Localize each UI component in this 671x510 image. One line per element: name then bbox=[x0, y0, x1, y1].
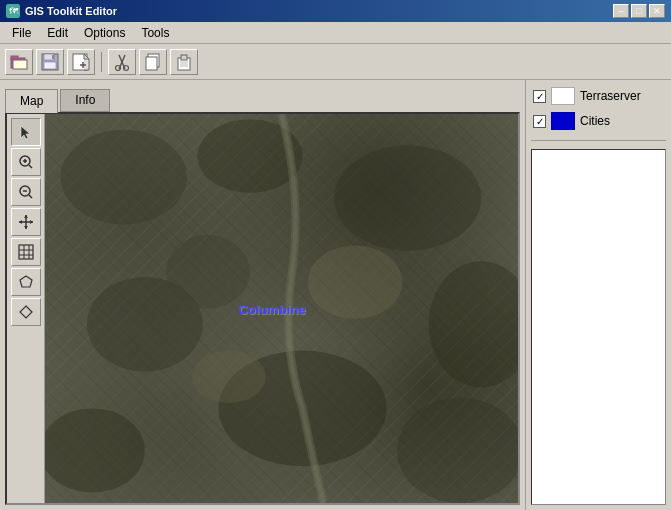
pan-icon bbox=[18, 214, 34, 230]
menu-options[interactable]: Options bbox=[76, 24, 133, 42]
layer-checkbox-cities[interactable]: ✓ bbox=[533, 115, 546, 128]
select-tool[interactable] bbox=[11, 118, 41, 146]
left-panel: Map Info bbox=[0, 80, 525, 510]
info-panel bbox=[531, 149, 666, 505]
open-icon bbox=[10, 53, 28, 71]
save-button[interactable] bbox=[36, 49, 64, 75]
paste-button[interactable] bbox=[170, 49, 198, 75]
svg-rect-5 bbox=[44, 62, 56, 69]
svg-point-49 bbox=[192, 351, 266, 404]
tab-map[interactable]: Map bbox=[5, 89, 58, 113]
layer-item-terraserver[interactable]: ✓ Terraserver bbox=[531, 85, 666, 107]
maximize-button[interactable]: □ bbox=[631, 4, 647, 18]
layer-checkbox-terraserver[interactable]: ✓ bbox=[533, 90, 546, 103]
menu-edit[interactable]: Edit bbox=[39, 24, 76, 42]
cut-button[interactable] bbox=[108, 49, 136, 75]
paint-tool[interactable] bbox=[11, 298, 41, 326]
svg-rect-32 bbox=[19, 245, 33, 259]
app-icon: 🗺 bbox=[6, 4, 20, 18]
layer-swatch-cities bbox=[551, 112, 575, 130]
svg-point-39 bbox=[61, 130, 187, 225]
svg-point-41 bbox=[334, 146, 481, 251]
title-bar-left: 🗺 GIS Toolkit Editor bbox=[6, 4, 117, 18]
tab-bar: Map Info bbox=[0, 80, 525, 112]
copy-button[interactable] bbox=[139, 49, 167, 75]
title-bar: 🗺 GIS Toolkit Editor – □ ✕ bbox=[0, 0, 671, 22]
svg-line-20 bbox=[29, 165, 32, 168]
svg-point-42 bbox=[429, 261, 518, 387]
svg-point-46 bbox=[45, 408, 145, 492]
svg-marker-28 bbox=[24, 215, 28, 218]
svg-point-47 bbox=[166, 235, 250, 309]
map-background: Columbine bbox=[45, 114, 518, 503]
cut-icon bbox=[113, 53, 131, 71]
save-as-button[interactable] bbox=[67, 49, 95, 75]
map-with-tools: Columbine bbox=[5, 112, 520, 505]
zoom-in-tool[interactable] bbox=[11, 148, 41, 176]
grid-icon bbox=[18, 244, 34, 260]
grid-tool[interactable] bbox=[11, 238, 41, 266]
zoom-out-tool[interactable] bbox=[11, 178, 41, 206]
layer-name-terraserver: Terraserver bbox=[580, 89, 641, 103]
paint-icon bbox=[18, 304, 34, 320]
right-panel: ✓ Terraserver ✓ Cities bbox=[525, 80, 671, 510]
paste-icon bbox=[175, 53, 193, 71]
svg-rect-6 bbox=[52, 55, 54, 59]
main-content: Map Info bbox=[0, 80, 671, 510]
map-place-label: Columbine bbox=[238, 301, 305, 316]
svg-rect-1 bbox=[11, 56, 18, 59]
pan-tool[interactable] bbox=[11, 208, 41, 236]
layer-item-cities[interactable]: ✓ Cities bbox=[531, 110, 666, 132]
map-area[interactable]: Columbine bbox=[45, 114, 518, 503]
panel-divider bbox=[531, 140, 666, 141]
toolbar-separator-1 bbox=[101, 52, 102, 72]
polygon-icon bbox=[18, 274, 34, 290]
zoom-in-icon bbox=[18, 154, 34, 170]
menu-file[interactable]: File bbox=[4, 24, 39, 42]
svg-rect-15 bbox=[181, 55, 187, 60]
app-title: GIS Toolkit Editor bbox=[25, 5, 117, 17]
select-icon bbox=[18, 124, 34, 140]
layer-swatch-terraserver bbox=[551, 87, 575, 105]
polygon-tool[interactable] bbox=[11, 268, 41, 296]
svg-marker-38 bbox=[20, 306, 32, 318]
copy-icon bbox=[144, 53, 162, 71]
layers-list: ✓ Terraserver ✓ Cities bbox=[531, 85, 666, 132]
svg-rect-13 bbox=[146, 57, 157, 70]
close-button[interactable]: ✕ bbox=[649, 4, 665, 18]
svg-marker-37 bbox=[20, 276, 32, 287]
toolbar bbox=[0, 44, 671, 80]
svg-marker-29 bbox=[24, 226, 28, 229]
tab-info[interactable]: Info bbox=[60, 89, 110, 112]
minimize-button[interactable]: – bbox=[613, 4, 629, 18]
menu-bar: File Edit Options Tools bbox=[0, 22, 671, 44]
zoom-out-icon bbox=[18, 184, 34, 200]
menu-tools[interactable]: Tools bbox=[133, 24, 177, 42]
layer-name-cities: Cities bbox=[580, 114, 610, 128]
svg-marker-31 bbox=[30, 220, 33, 224]
svg-line-24 bbox=[29, 195, 32, 198]
svg-point-45 bbox=[397, 398, 518, 503]
window-controls: – □ ✕ bbox=[613, 4, 665, 18]
save-icon bbox=[41, 53, 59, 71]
tools-sidebar bbox=[7, 114, 45, 503]
save-as-icon bbox=[72, 53, 90, 71]
svg-rect-2 bbox=[13, 60, 27, 69]
svg-marker-30 bbox=[19, 220, 22, 224]
svg-point-48 bbox=[308, 245, 403, 319]
open-button[interactable] bbox=[5, 49, 33, 75]
